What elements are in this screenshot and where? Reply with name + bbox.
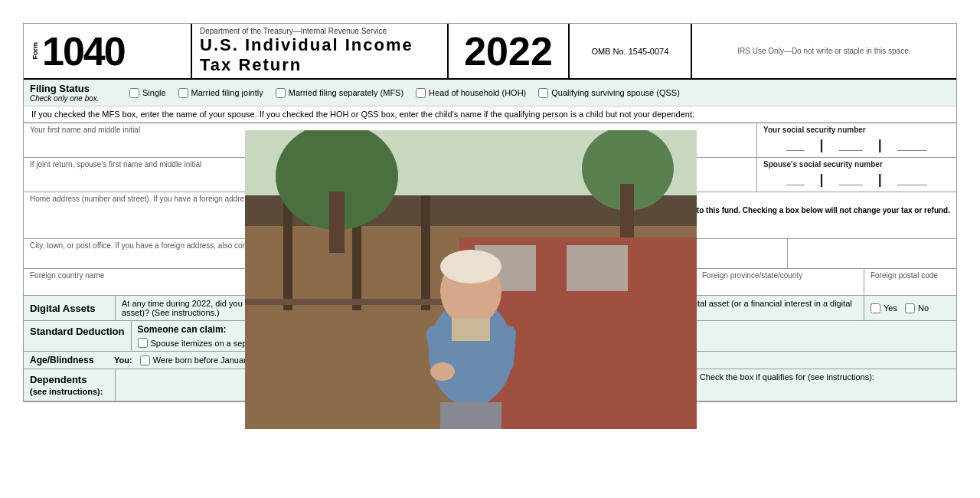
qss-checkbox[interactable] (538, 88, 548, 98)
hoh-checkbox[interactable] (416, 88, 426, 98)
single-checkbox[interactable] (129, 88, 139, 98)
da-no-label: No (918, 303, 929, 313)
form-number-block: Form 1040 (24, 24, 192, 78)
dep-col4-label: (4) Check the box if qualifies for (see … (687, 372, 874, 382)
da-yes-checkbox[interactable] (871, 303, 880, 313)
irs-use-block: IRS Use Only—Do not write or staple in t… (692, 24, 956, 78)
background-scene (245, 130, 697, 429)
married-jointly-label: Married filing jointly (191, 88, 263, 97)
svg-rect-13 (245, 299, 459, 305)
filing-status-section: Filing Status Check only one box. Single… (24, 80, 956, 123)
svg-rect-21 (440, 402, 501, 429)
mfs-note: If you checked the MFS box, enter the na… (24, 106, 956, 123)
filing-status-subtitle: Check only one box. (30, 94, 114, 103)
form-label: Form (31, 42, 39, 60)
apt-block (788, 239, 956, 268)
single-label: Single (142, 88, 166, 97)
svg-rect-5 (421, 195, 430, 310)
dependents-instructions: (see instructions): (30, 387, 109, 396)
single-option[interactable]: Single (129, 88, 166, 98)
hoh-label: Head of household (HOH) (429, 88, 526, 97)
qss-option[interactable]: Qualifying surviving spouse (QSS) (538, 88, 680, 98)
married-separately-label: Married filing separately (MFS) (289, 88, 403, 97)
province-label: Foreign province/state/county (702, 271, 802, 280)
postal-cell: Foreign postal code (864, 269, 956, 295)
filing-status-options: Single Married filing jointly Married fi… (129, 88, 680, 98)
dept-text: Department of the Treasury—Internal Reve… (200, 27, 439, 35)
born-before-checkbox[interactable] (140, 355, 150, 365)
spouse-ssn-dashes: ___ | ____ | _____ (763, 172, 950, 188)
dep-col-4: (4) Check the box if qualifies for (see … (681, 369, 956, 401)
digital-assets-yn: Yes No (864, 296, 956, 320)
svg-rect-17 (452, 318, 490, 341)
da-yes-label: Yes (884, 303, 897, 313)
hoh-option[interactable]: Head of household (HOH) (416, 88, 526, 98)
form-title: U.S. Individual Income Tax Return (200, 35, 439, 75)
da-no-checkbox[interactable] (905, 303, 915, 313)
svg-rect-12 (620, 184, 634, 238)
dependents-title: Dependents (30, 374, 87, 385)
omb-block: OMB No. 1545-0074 (570, 24, 692, 78)
filing-status-title: Filing Status (30, 83, 114, 94)
svg-rect-3 (283, 195, 292, 310)
svg-rect-19 (494, 325, 517, 372)
married-separately-option[interactable]: Married filing separately (MFS) (276, 88, 403, 98)
year-text: 2022 (464, 31, 553, 71)
form-header: Form 1040 Department of the Treasury—Int… (24, 24, 956, 80)
filing-status-header: Filing Status Check only one box. Single… (24, 80, 956, 106)
province-cell: Foreign province/state/county (696, 269, 864, 295)
photo-overlay (245, 130, 697, 429)
you-label: You: (114, 355, 132, 365)
da-yes[interactable]: Yes (871, 303, 897, 313)
postal-label: Foreign postal code (871, 271, 938, 280)
digital-assets-label: Digital Assets (30, 303, 96, 314)
joint-name-label: If joint return, spouse's first name and… (30, 160, 201, 169)
da-no[interactable]: No (905, 303, 929, 313)
married-jointly-option[interactable]: Married filing jointly (178, 88, 263, 98)
ssn-block: Your social security number ___ | ____ |… (757, 123, 956, 157)
married-jointly-checkbox[interactable] (178, 88, 188, 98)
standard-deduction-title: Standard Deduction (24, 321, 132, 351)
form-number: 1040 (42, 31, 125, 71)
svg-point-20 (430, 362, 455, 381)
form-title-block: Department of the Treasury—Internal Reve… (192, 24, 449, 78)
first-name-label: Your first name and middle initial (30, 126, 140, 134)
age-blindness-label: Age/Blindness (30, 355, 106, 365)
spouse-ssn-block: Spouse's social security number ___ | __… (757, 158, 956, 192)
foreign-country-label: Foreign country name (30, 271, 104, 280)
svg-rect-10 (329, 192, 345, 253)
standard-deduction-label: Standard Deduction (30, 326, 125, 337)
married-separately-checkbox[interactable] (276, 88, 286, 98)
spouse-itemizes-checkbox[interactable] (138, 338, 148, 348)
qss-label: Qualifying surviving spouse (QSS) (551, 88, 680, 97)
digital-assets-title: Digital Assets (24, 296, 116, 320)
svg-point-16 (440, 250, 501, 283)
svg-rect-8 (567, 245, 628, 291)
ssn-dashes: ___ | ____ | _____ (763, 137, 950, 153)
dependents-title-cell: Dependents (see instructions): (24, 369, 116, 401)
year-block: 2022 (449, 24, 570, 78)
ssn-label: Your social security number (763, 126, 866, 134)
spouse-ssn-label: Spouse's social security number (763, 160, 883, 169)
